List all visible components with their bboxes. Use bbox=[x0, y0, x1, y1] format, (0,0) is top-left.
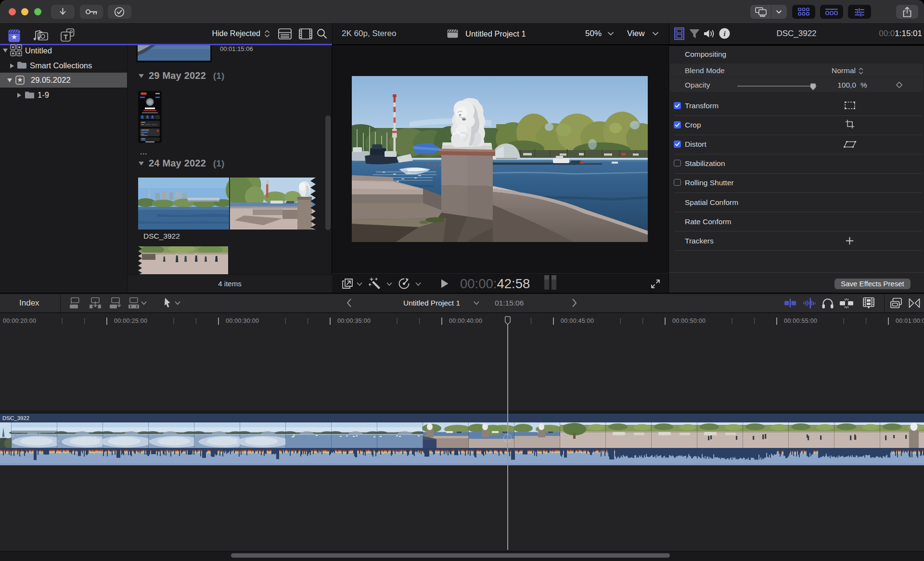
svg-text:T: T bbox=[64, 33, 68, 41]
